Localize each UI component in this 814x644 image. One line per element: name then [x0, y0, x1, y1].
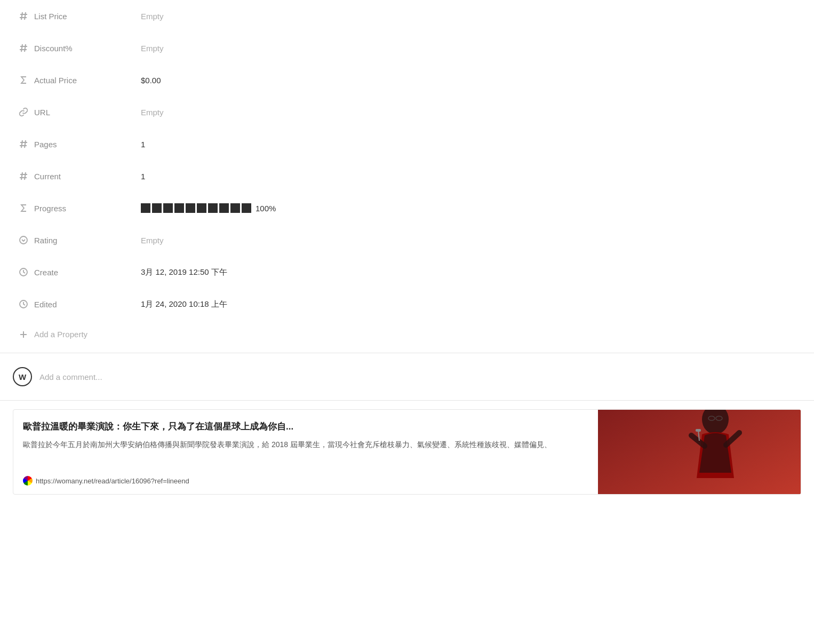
property-row-list-price: List Price Empty — [13, 0, 801, 32]
current-value[interactable]: 1 — [141, 172, 801, 181]
list-price-value[interactable]: Empty — [141, 12, 801, 21]
link-card-url: https://womany.net/read/article/16096?re… — [23, 476, 588, 486]
comment-section: W Add a comment... — [0, 357, 814, 396]
svg-line-11 — [25, 140, 26, 148]
hash-icon-pages — [13, 139, 34, 149]
property-row-rating: Rating Empty — [13, 224, 801, 256]
progress-label: Progress — [34, 204, 141, 213]
create-label: Create — [34, 268, 141, 277]
actual-price-label: Actual Price — [34, 76, 141, 85]
svg-line-2 — [21, 12, 22, 20]
svg-line-7 — [25, 44, 26, 52]
card-divider — [0, 400, 814, 401]
link-icon — [13, 107, 34, 117]
link-card-title: 歐普拉溫暖的畢業演說：你生下來，只為了在這個星球上成為你自... — [23, 420, 588, 433]
edited-label: Edited — [34, 300, 141, 309]
url-label: URL — [34, 108, 141, 117]
svg-rect-26 — [696, 429, 701, 432]
svg-line-3 — [25, 12, 26, 20]
discount-value[interactable]: Empty — [141, 44, 801, 53]
add-property-button[interactable]: Add a Property — [13, 320, 801, 348]
add-property-label: Add a Property — [34, 330, 87, 339]
property-row-url: URL Empty — [13, 96, 801, 128]
plus-icon — [13, 330, 34, 339]
hash-icon-current — [13, 171, 34, 181]
comment-input[interactable]: Add a comment... — [39, 372, 102, 381]
sigma-icon-price — [13, 75, 34, 85]
property-row-edited: Edited 1月 24, 2020 10:18 上午 — [13, 288, 801, 320]
pages-label: Pages — [34, 140, 141, 149]
list-price-label: List Price — [34, 12, 141, 21]
comment-divider — [0, 353, 814, 353]
property-row-current: Current 1 — [13, 160, 801, 192]
property-row-progress: Progress 100% — [13, 192, 801, 224]
create-value[interactable]: 3月 12, 2019 12:50 下午 — [141, 267, 801, 277]
progress-percent: 100% — [256, 204, 276, 213]
hash-icon — [13, 11, 34, 21]
clock-icon-create — [13, 267, 34, 277]
svg-line-10 — [21, 140, 22, 148]
favicon-icon — [23, 476, 33, 486]
clock-icon-edited — [13, 299, 34, 309]
link-card-url-text: https://womany.net/read/article/16096?re… — [36, 477, 189, 485]
rating-value[interactable]: Empty — [141, 236, 801, 245]
current-label: Current — [34, 172, 141, 181]
dropdown-icon — [13, 235, 34, 245]
actual-price-value[interactable]: $0.00 — [141, 76, 801, 85]
property-row-create: Create 3月 12, 2019 12:50 下午 — [13, 256, 801, 288]
progress-value[interactable]: 100% — [141, 203, 801, 213]
link-card-description: 歐普拉於今年五月於南加州大學安納伯格傳播與新聞學院發表畢業演說，給 2018 屆… — [23, 439, 588, 470]
link-card[interactable]: 歐普拉溫暖的畢業演說：你生下來，只為了在這個星球上成為你自... 歐普拉於今年五… — [13, 409, 801, 495]
svg-line-15 — [25, 172, 26, 180]
link-card-image — [598, 410, 801, 494]
link-card-image-bg — [598, 410, 801, 494]
hash-icon-discount — [13, 43, 34, 53]
property-row-pages: Pages 1 — [13, 128, 801, 160]
property-row-discount: Discount% Empty — [13, 32, 801, 64]
url-value[interactable]: Empty — [141, 108, 801, 117]
svg-point-16 — [20, 236, 27, 244]
property-row-actual-price: Actual Price $0.00 — [13, 64, 801, 96]
discount-label: Discount% — [34, 44, 141, 53]
edited-value[interactable]: 1月 24, 2020 10:18 上午 — [141, 299, 801, 309]
pages-value[interactable]: 1 — [141, 140, 801, 149]
rating-label: Rating — [34, 236, 141, 245]
svg-line-14 — [21, 172, 22, 180]
avatar: W — [13, 367, 32, 386]
link-card-content: 歐普拉溫暖的畢業演說：你生下來，只為了在這個星球上成為你自... 歐普拉於今年五… — [13, 410, 598, 494]
svg-line-6 — [21, 44, 22, 52]
svg-rect-21 — [598, 410, 801, 494]
progress-blocks — [141, 203, 251, 213]
sigma-icon-progress — [13, 203, 34, 213]
